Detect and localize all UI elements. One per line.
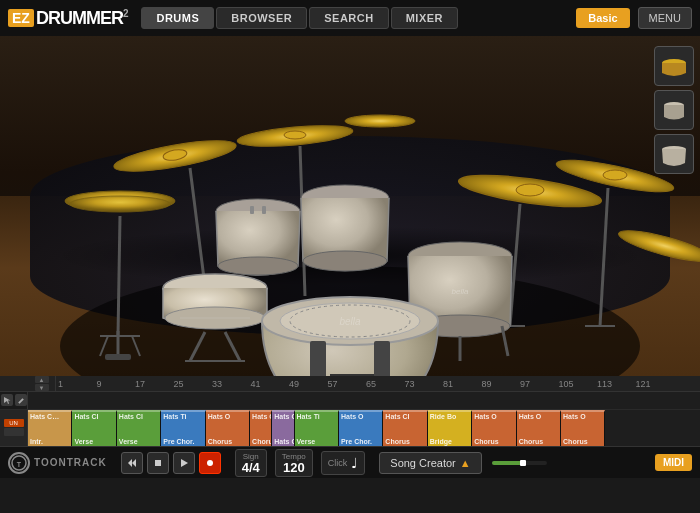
stop-button[interactable] <box>147 452 169 474</box>
toontrack-icon: T <box>8 452 30 474</box>
svg-rect-48 <box>374 341 390 376</box>
measure-81: 81 <box>441 379 480 389</box>
svg-point-29 <box>303 251 387 271</box>
rewind-button[interactable] <box>121 452 143 474</box>
track-mute-btn[interactable] <box>4 428 24 436</box>
measure-9: 9 <box>95 379 134 389</box>
clip-top-label: Hats Cl <box>119 413 143 420</box>
clip-block[interactable]: Hats ClHats Cl <box>272 410 294 446</box>
clip-top-label: Hats O <box>563 413 586 420</box>
clips-container: Hats C…Intr.Hats ClVerseHats ClVerseHats… <box>28 410 700 446</box>
tempo-box[interactable]: Tempo 120 <box>275 449 313 477</box>
measure-49: 49 <box>287 379 326 389</box>
svg-rect-47 <box>310 341 326 376</box>
logo: EZ DRUMMER2 <box>8 8 127 29</box>
scroll-down-btn[interactable]: ▼ <box>35 384 49 391</box>
clip-top-label: Hats O <box>474 413 497 420</box>
drum-thumbnail-lo[interactable] <box>654 134 694 174</box>
svg-rect-71 <box>520 460 526 466</box>
clip-block[interactable]: Hats TiPre Chor. <box>161 410 205 446</box>
svg-rect-27 <box>262 206 266 214</box>
clip-top-label: Hats Cl <box>274 413 294 420</box>
track-unmute-btn[interactable]: UN <box>4 419 24 427</box>
clip-top-label: Hats O <box>341 413 364 420</box>
sign-value: 4/4 <box>242 461 260 474</box>
svg-text:bella: bella <box>339 316 361 327</box>
clip-block[interactable]: Hats OChorus <box>472 410 516 446</box>
midi-button[interactable]: MIDI <box>655 454 692 471</box>
svg-marker-61 <box>4 397 11 404</box>
drum-thumbnail-hi[interactable] <box>654 46 694 86</box>
song-creator-button[interactable]: Song Creator ▲ <box>379 452 481 474</box>
right-panel <box>654 46 694 174</box>
measure-113: 113 <box>595 379 634 389</box>
tool-row <box>0 392 700 410</box>
measure-57: 57 <box>326 379 365 389</box>
svg-marker-65 <box>128 459 136 467</box>
tab-browser[interactable]: BROWSER <box>216 7 307 29</box>
clip-block[interactable]: Hats OPre Chor. <box>339 410 383 446</box>
clip-bottom-label: Pre Chor. <box>163 438 194 445</box>
header: EZ DRUMMER2 DRUMS BROWSER SEARCH MIXER B… <box>0 0 700 36</box>
clip-bottom-label: Verse <box>119 438 138 445</box>
transport-buttons <box>121 452 221 474</box>
clip-block[interactable]: Hats OChorus <box>206 410 250 446</box>
svg-rect-26 <box>250 206 254 214</box>
bottom-toolbar: T TOONTRACK Sign 4/4 Tempo 120 Click ♩ <box>0 446 700 478</box>
clip-block[interactable]: Hats ClChorus <box>383 410 427 446</box>
clip-bottom-label: Verse <box>74 438 93 445</box>
select-tool-btn[interactable] <box>1 394 13 406</box>
svg-line-3 <box>118 216 120 336</box>
click-box[interactable]: Click ♩ <box>321 451 366 475</box>
drumkit-svg: bella bella <box>0 36 700 376</box>
drum-thumbnail-mid[interactable] <box>654 90 694 130</box>
record-button[interactable] <box>199 452 221 474</box>
tab-search[interactable]: SEARCH <box>309 7 388 29</box>
svg-text:T: T <box>17 460 22 467</box>
song-creator-label: Song Creator <box>390 457 455 469</box>
svg-rect-70 <box>492 461 522 465</box>
clip-block[interactable]: Hats ClVerse <box>72 410 116 446</box>
tab-drums[interactable]: DRUMS <box>141 7 214 29</box>
measure-73: 73 <box>403 379 442 389</box>
clip-top-label: Hats Ti <box>163 413 186 420</box>
svg-rect-66 <box>155 460 161 466</box>
tab-mixer[interactable]: MIXER <box>391 7 458 29</box>
measure-121: 121 <box>634 379 673 389</box>
menu-button[interactable]: MENU <box>638 7 692 29</box>
preset-selector[interactable]: Basic <box>576 8 629 28</box>
clip-block[interactable]: Hats TiVerse <box>295 410 339 446</box>
pencil-tool-btn[interactable] <box>15 394 27 406</box>
svg-line-21 <box>600 188 608 326</box>
clip-top-label: Hats Cl <box>74 413 98 420</box>
sequencer: ▲ ▼ 1 9 17 25 33 41 49 57 65 73 81 89 97… <box>0 376 700 446</box>
logo-name: DRUMMER2 <box>36 8 128 29</box>
measure-97: 97 <box>518 379 557 389</box>
clip-block[interactable]: Hats OChorus <box>517 410 561 446</box>
svg-point-68 <box>207 460 213 466</box>
measure-65: 65 <box>364 379 403 389</box>
time-signature-box[interactable]: Sign 4/4 <box>235 449 267 477</box>
svg-point-25 <box>218 257 298 275</box>
svg-point-14 <box>345 115 415 127</box>
clip-bottom-label: Chorus <box>385 438 410 445</box>
clip-block[interactable]: Hats C…Intr. <box>28 410 72 446</box>
clip-bottom-label: Chorus <box>252 438 272 445</box>
track-controls: UN <box>0 410 28 446</box>
clip-bottom-label: Bridge <box>430 438 452 445</box>
clip-top-label: Hats O <box>208 413 231 420</box>
svg-rect-55 <box>105 354 131 360</box>
clip-block[interactable]: Hats ClChorus <box>250 410 272 446</box>
svg-point-20 <box>603 170 627 180</box>
toontrack-logo: T TOONTRACK <box>8 452 107 474</box>
clip-block[interactable]: Ride BoBridge <box>428 410 472 446</box>
play-button[interactable] <box>173 452 195 474</box>
scroll-up-btn[interactable]: ▲ <box>35 376 49 383</box>
measure-bar: ▲ ▼ 1 9 17 25 33 41 49 57 65 73 81 89 97… <box>0 376 700 392</box>
level-controls <box>492 456 552 470</box>
svg-rect-62 <box>18 398 24 404</box>
logo-ez: EZ <box>8 9 34 27</box>
clip-block[interactable]: Hats ClVerse <box>117 410 161 446</box>
clip-block[interactable]: Hats OChorus <box>561 410 605 446</box>
drumkit-area: bella bella <box>0 36 700 376</box>
